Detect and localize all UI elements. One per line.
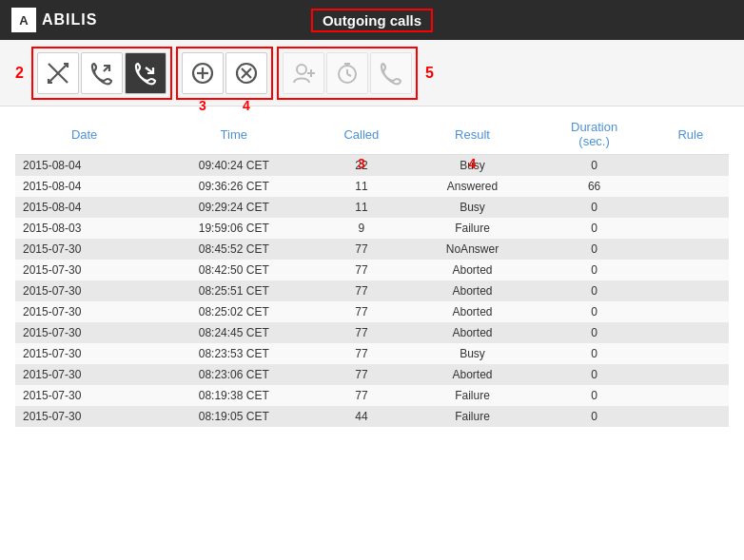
- cell-result: NoAnswer: [409, 239, 537, 260]
- col-result: Result: [409, 114, 537, 155]
- table-row[interactable]: 2015-07-30 08:45:52 CET 77 NoAnswer 0: [15, 239, 729, 260]
- cell-date: 2015-07-30: [15, 301, 153, 322]
- cell-result: Answered: [409, 176, 537, 197]
- calls-table: Date Time Called Result Duration(sec.) R…: [15, 114, 729, 427]
- cell-duration: 0: [536, 218, 652, 239]
- table-row[interactable]: 2015-07-30 08:42:50 CET 77 Aborted 0: [15, 260, 729, 280]
- cell-called: 77: [314, 260, 408, 280]
- cell-time: 09:36:26 CET: [153, 176, 314, 197]
- cell-time: 08:45:52 CET: [153, 239, 314, 260]
- table-row[interactable]: 2015-08-04 09:36:26 CET 11 Answered 66: [15, 176, 729, 197]
- duration-button[interactable]: [326, 52, 368, 94]
- cell-result: Aborted: [409, 301, 537, 322]
- table-row[interactable]: 2015-07-30 08:19:38 CET 77 Failure 0: [15, 385, 729, 406]
- cell-time: 08:23:53 CET: [153, 343, 314, 364]
- cell-result: Busy: [409, 343, 537, 364]
- cell-time: 08:25:02 CET: [153, 301, 314, 322]
- cell-called: 44: [314, 406, 408, 427]
- table-row[interactable]: 2015-07-30 08:19:05 CET 44 Failure 0: [15, 406, 729, 427]
- cell-duration: 66: [536, 176, 652, 197]
- action-group: [277, 47, 418, 100]
- svg-line-15: [347, 74, 351, 76]
- cell-result: Aborted: [409, 280, 537, 301]
- col-time: Time: [153, 114, 314, 155]
- cell-called: 11: [314, 197, 408, 218]
- cell-date: 2015-07-30: [15, 385, 153, 406]
- clear-filter-button[interactable]: [225, 52, 267, 94]
- table-row[interactable]: 2015-08-04 09:29:24 CET 11 Busy 0: [15, 197, 729, 218]
- cell-called: 77: [314, 385, 408, 406]
- cell-called: 77: [314, 343, 408, 364]
- cell-time: 09:29:24 CET: [153, 197, 314, 218]
- cell-rule: [653, 260, 729, 280]
- cell-called: 77: [314, 239, 408, 260]
- cell-date: 2015-08-04: [15, 197, 153, 218]
- table-row[interactable]: 2015-07-30 08:25:51 CET 77 Aborted 0: [15, 280, 729, 301]
- cell-duration: 0: [536, 155, 652, 177]
- cell-rule: [653, 343, 729, 364]
- col-called: Called: [314, 114, 408, 155]
- cell-duration: 0: [536, 364, 652, 385]
- cell-called: 77: [314, 301, 408, 322]
- add-contact-button[interactable]: [283, 52, 324, 94]
- cell-called: 77: [314, 364, 408, 385]
- cell-result: Aborted: [409, 260, 537, 280]
- table-area: Date Time Called Result Duration(sec.) R…: [0, 114, 744, 427]
- cell-duration: 0: [536, 280, 652, 301]
- page-title: Outgoing calls: [311, 9, 433, 32]
- label-2: 2: [15, 65, 24, 82]
- cell-rule: [653, 364, 729, 385]
- cell-date: 2015-07-30: [15, 322, 153, 343]
- filter-group: 3 4: [176, 47, 273, 100]
- cell-rule: [653, 176, 729, 197]
- cell-duration: 0: [536, 322, 652, 343]
- cell-date: 2015-07-30: [15, 280, 153, 301]
- cell-rule: [653, 218, 729, 239]
- cell-called: 9: [314, 218, 408, 239]
- table-row[interactable]: 2015-07-30 08:25:02 CET 77 Aborted 0: [15, 301, 729, 322]
- cell-result: Aborted: [409, 364, 537, 385]
- cell-date: 2015-08-04: [15, 176, 153, 197]
- cell-duration: 0: [536, 385, 652, 406]
- cell-date: 2015-08-04: [15, 155, 153, 177]
- logo-brand: ABILIS: [42, 11, 97, 29]
- cell-rule: [653, 301, 729, 322]
- cell-time: 09:40:24 CET: [153, 155, 314, 177]
- col-duration: Duration(sec.): [536, 114, 652, 155]
- cell-date: 2015-07-30: [15, 239, 153, 260]
- header: A ABILIS Outgoing calls: [0, 0, 744, 40]
- cell-time: 08:23:06 CET: [153, 364, 314, 385]
- table-row[interactable]: 2015-08-04 09:40:24 CET 22 Busy 0: [15, 155, 729, 177]
- call-button[interactable]: [370, 52, 412, 94]
- table-row[interactable]: 2015-08-03 19:59:06 CET 9 Failure 0: [15, 218, 729, 239]
- all-calls-button[interactable]: [37, 52, 79, 94]
- label-3: 3: [199, 98, 206, 113]
- logo-letter: A: [19, 13, 28, 28]
- svg-point-10: [297, 65, 306, 74]
- logo-area: A ABILIS: [11, 8, 97, 32]
- cell-time: 08:25:51 CET: [153, 280, 314, 301]
- filter-button[interactable]: [182, 52, 224, 94]
- cell-rule: [653, 197, 729, 218]
- cell-rule: [653, 385, 729, 406]
- cell-time: 08:42:50 CET: [153, 260, 314, 280]
- table-row[interactable]: 2015-07-30 08:24:45 CET 77 Aborted 0: [15, 322, 729, 343]
- incoming-calls-button[interactable]: [81, 52, 123, 94]
- col-rule: Rule: [653, 114, 729, 155]
- cell-called: 77: [314, 322, 408, 343]
- cell-rule: [653, 280, 729, 301]
- cell-rule: [653, 239, 729, 260]
- cell-duration: 0: [536, 301, 652, 322]
- cell-rule: [653, 406, 729, 427]
- cell-duration: 0: [536, 260, 652, 280]
- outgoing-calls-button[interactable]: [125, 52, 166, 94]
- cell-date: 2015-07-30: [15, 343, 153, 364]
- table-row[interactable]: 2015-07-30 08:23:53 CET 77 Busy 0: [15, 343, 729, 364]
- cell-duration: 0: [536, 406, 652, 427]
- table-row[interactable]: 2015-07-30 08:23:06 CET 77 Aborted 0: [15, 364, 729, 385]
- cell-date: 2015-07-30: [15, 364, 153, 385]
- cell-time: 08:19:38 CET: [153, 385, 314, 406]
- logo-box: A: [11, 8, 36, 32]
- filter-btn-wrapper: 3: [182, 52, 224, 94]
- cell-duration: 0: [536, 197, 652, 218]
